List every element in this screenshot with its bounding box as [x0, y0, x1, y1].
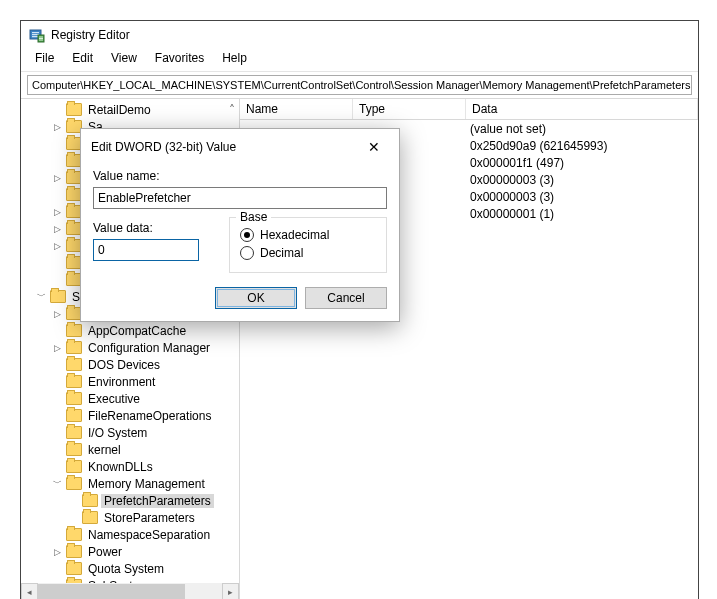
folder-icon	[66, 443, 82, 456]
tree-horizontal-scrollbar[interactable]: ◂ ▸	[21, 583, 239, 599]
registry-editor-window: Registry Editor File Edit View Favorites…	[20, 20, 699, 599]
column-data[interactable]: Data	[466, 99, 698, 119]
folder-icon	[66, 477, 82, 490]
radio-icon	[240, 228, 254, 242]
menu-edit[interactable]: Edit	[64, 49, 101, 67]
menu-help[interactable]: Help	[214, 49, 255, 67]
value-data-label: Value data:	[93, 221, 199, 235]
tree-item[interactable]: Executive	[85, 392, 143, 406]
dialog-title-bar[interactable]: Edit DWORD (32-bit) Value ✕	[81, 129, 399, 165]
svg-rect-7	[39, 40, 43, 41]
expand-icon[interactable]: ▷	[51, 342, 63, 354]
svg-rect-6	[39, 38, 43, 39]
expand-icon[interactable]: ▷	[51, 121, 63, 133]
app-icon	[29, 27, 45, 43]
menu-bar: File Edit View Favorites Help	[21, 47, 698, 72]
tree-item[interactable]: I/O System	[85, 426, 150, 440]
menu-view[interactable]: View	[103, 49, 145, 67]
radio-icon	[240, 246, 254, 260]
cancel-button[interactable]: Cancel	[305, 287, 387, 309]
expand-icon[interactable]: ▷	[51, 206, 63, 218]
ok-button[interactable]: OK	[215, 287, 297, 309]
folder-icon	[66, 562, 82, 575]
folder-icon	[66, 375, 82, 388]
tree-item[interactable]: StoreParameters	[101, 511, 198, 525]
folder-icon	[66, 460, 82, 473]
collapse-icon[interactable]: ﹀	[35, 291, 47, 303]
column-type[interactable]: Type	[353, 99, 466, 119]
collapse-icon[interactable]: ﹀	[51, 478, 63, 490]
folder-icon	[66, 409, 82, 422]
value-data-field[interactable]	[93, 239, 199, 261]
dialog-title: Edit DWORD (32-bit) Value	[91, 140, 236, 154]
radio-decimal[interactable]: Decimal	[240, 244, 376, 262]
menu-favorites[interactable]: Favorites	[147, 49, 212, 67]
tree-item-memory-management[interactable]: Memory Management	[85, 477, 208, 491]
window-title: Registry Editor	[51, 28, 130, 42]
folder-icon	[66, 358, 82, 371]
tree-item[interactable]: AppCompatCache	[85, 324, 189, 338]
column-name[interactable]: Name	[240, 99, 353, 119]
tree-item[interactable]: DOS Devices	[85, 358, 163, 372]
menu-file[interactable]: File	[27, 49, 62, 67]
expand-icon[interactable]: ▷	[51, 172, 63, 184]
address-bar[interactable]: Computer\HKEY_LOCAL_MACHINE\SYSTEM\Curre…	[27, 75, 692, 95]
title-bar[interactable]: Registry Editor	[21, 21, 698, 47]
scroll-left-button[interactable]: ◂	[21, 583, 38, 599]
expand-icon[interactable]: ▷	[51, 240, 63, 252]
folder-icon	[82, 494, 98, 507]
expand-icon[interactable]: ▷	[51, 308, 63, 320]
svg-rect-1	[32, 32, 39, 33]
value-name-field[interactable]	[93, 187, 387, 209]
base-group: Base Hexadecimal Decimal	[229, 217, 387, 273]
folder-icon	[66, 324, 82, 337]
tree-item[interactable]: Environment	[85, 375, 158, 389]
close-icon[interactable]: ✕	[359, 137, 389, 157]
expand-icon[interactable]: ▷	[51, 223, 63, 235]
column-headers[interactable]: Name Type Data	[240, 99, 698, 120]
tree-item[interactable]: Configuration Manager	[85, 341, 213, 355]
tree-item[interactable]: KnownDLLs	[85, 460, 156, 474]
tree-item[interactable]: FileRenameOperations	[85, 409, 214, 423]
folder-icon	[82, 511, 98, 524]
base-group-label: Base	[236, 210, 271, 224]
tree-item[interactable]: kernel	[85, 443, 124, 457]
folder-icon	[66, 545, 82, 558]
tree-item[interactable]: NamespaceSeparation	[85, 528, 213, 542]
edit-dword-dialog: Edit DWORD (32-bit) Value ✕ Value name: …	[80, 128, 400, 322]
radio-hexadecimal[interactable]: Hexadecimal	[240, 226, 376, 244]
folder-icon	[66, 103, 82, 116]
folder-icon	[66, 392, 82, 405]
tree-item[interactable]: Power	[85, 545, 125, 559]
folder-icon	[66, 528, 82, 541]
value-name-label: Value name:	[93, 169, 387, 183]
tree-item[interactable]: RetailDemo	[85, 103, 154, 117]
svg-rect-5	[39, 37, 43, 38]
tree-item-prefetchparameters[interactable]: PrefetchParameters	[101, 494, 214, 508]
folder-icon	[50, 290, 66, 303]
expand-icon[interactable]: ▷	[51, 546, 63, 558]
scroll-right-button[interactable]: ▸	[222, 583, 239, 599]
chevron-up-icon: ˄	[229, 103, 239, 117]
folder-icon	[66, 426, 82, 439]
folder-icon	[66, 341, 82, 354]
tree-item[interactable]: Quota System	[85, 562, 167, 576]
